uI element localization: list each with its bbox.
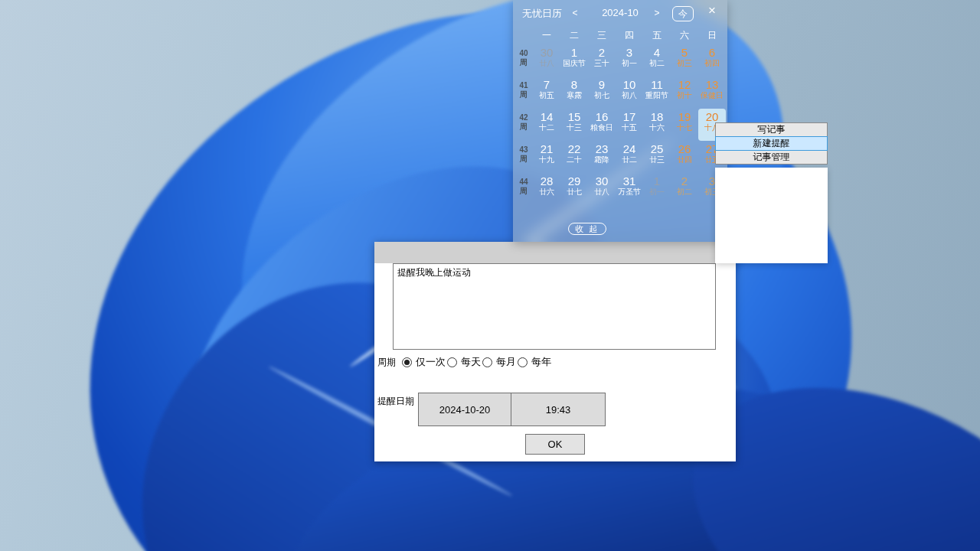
day-cell[interactable]: 31万圣节 bbox=[616, 173, 643, 205]
day-cell[interactable]: 8寒露 bbox=[560, 77, 588, 109]
calendar-week-row: 41周7初五8寒露9初七10初八11重阳节12初十13保健日 bbox=[514, 77, 726, 109]
lunar-or-festival-label: 初二 bbox=[643, 59, 671, 68]
day-cell[interactable]: 29廿七 bbox=[560, 173, 588, 205]
lunar-or-festival-label: 初八 bbox=[616, 91, 643, 100]
day-header: 二 bbox=[560, 29, 588, 44]
day-number: 4 bbox=[643, 46, 671, 59]
radio-unselected-icon[interactable] bbox=[447, 357, 457, 367]
day-cell[interactable]: 14十二 bbox=[533, 109, 560, 141]
day-cell[interactable]: 30廿八 bbox=[588, 173, 616, 205]
date-picker-button[interactable]: 2024-10-20 bbox=[418, 393, 511, 426]
week-number: 42周 bbox=[514, 109, 533, 141]
day-number: 1 bbox=[643, 174, 671, 187]
lunar-or-festival-label: 初五 bbox=[533, 91, 560, 100]
radio-dot bbox=[404, 360, 410, 365]
radio-unselected-icon[interactable] bbox=[482, 357, 492, 367]
day-number: 20 bbox=[698, 110, 726, 123]
day-number: 30 bbox=[588, 174, 616, 187]
day-cell[interactable]: 6初四 bbox=[698, 44, 726, 77]
day-cell[interactable]: 3初一 bbox=[616, 44, 643, 77]
day-number: 23 bbox=[588, 142, 616, 155]
lunar-or-festival-label: 十六 bbox=[643, 123, 671, 132]
radio-unselected-icon[interactable] bbox=[518, 357, 528, 367]
day-cell[interactable]: 18十六 bbox=[643, 109, 671, 141]
lunar-or-festival-label: 廿六 bbox=[533, 187, 560, 197]
day-cell[interactable]: 2三十 bbox=[588, 44, 616, 77]
lunar-or-festival-label: 初十 bbox=[671, 91, 698, 100]
calendar-week-row: 44周28廿六29廿七30廿八31万圣节1初一2初二3初三 bbox=[514, 173, 726, 205]
calendar-app-title: 无忧日历 bbox=[522, 7, 562, 21]
ok-button[interactable]: OK bbox=[525, 434, 585, 455]
current-month-label[interactable]: 2024-10 bbox=[590, 7, 651, 18]
day-cell[interactable]: 13保健日 bbox=[698, 77, 726, 109]
day-cell[interactable]: 1国庆节 bbox=[560, 44, 588, 77]
day-number: 1 bbox=[560, 46, 588, 59]
day-header: 四 bbox=[616, 29, 643, 44]
menu-item-normal[interactable]: 写记事 bbox=[715, 122, 828, 137]
cycle-radio-option[interactable]: 每天 bbox=[447, 355, 482, 369]
lunar-or-festival-label: 十五 bbox=[616, 123, 643, 132]
day-cell[interactable]: 12初十 bbox=[671, 77, 698, 109]
next-month-button[interactable]: > bbox=[652, 8, 662, 18]
day-cell[interactable]: 21十九 bbox=[533, 141, 560, 173]
lunar-or-festival-label: 初七 bbox=[588, 91, 616, 100]
close-icon[interactable]: × bbox=[704, 3, 720, 18]
day-cell[interactable]: 28廿六 bbox=[533, 173, 560, 205]
reminder-text-input[interactable]: 提醒我晚上做运动 bbox=[393, 263, 716, 350]
lunar-or-festival-label: 霜降 bbox=[588, 155, 616, 165]
lunar-or-festival-label: 十三 bbox=[560, 123, 588, 132]
day-cell[interactable]: 11重阳节 bbox=[643, 77, 671, 109]
day-cell[interactable]: 15十三 bbox=[560, 109, 588, 141]
day-number: 3 bbox=[616, 46, 643, 59]
today-button[interactable]: 今 bbox=[672, 6, 694, 21]
menu-item-highlighted[interactable]: 新建提醒 bbox=[715, 136, 828, 151]
day-number: 15 bbox=[560, 110, 588, 123]
prev-month-button[interactable]: < bbox=[570, 8, 580, 18]
day-cell[interactable]: 17十五 bbox=[616, 109, 643, 141]
collapse-button[interactable]: 收 起 bbox=[568, 223, 606, 235]
lunar-or-festival-label: 粮食日 bbox=[588, 123, 616, 132]
day-cell[interactable]: 4初二 bbox=[643, 44, 671, 77]
lunar-or-festival-label: 寒露 bbox=[560, 91, 588, 100]
day-cell[interactable]: 30廿八 bbox=[533, 44, 560, 77]
time-picker-button[interactable]: 19:43 bbox=[511, 393, 606, 426]
calendar-header: 无忧日历 < 2024-10 > 今 × bbox=[513, 0, 727, 23]
day-cell[interactable]: 1初一 bbox=[643, 173, 671, 205]
day-number: 21 bbox=[533, 142, 560, 155]
day-cell[interactable]: 24廿二 bbox=[616, 141, 643, 173]
calendar-week-row: 42周14十二15十三16粮食日17十五18十六19十七20十八 bbox=[514, 109, 726, 141]
calendar-week-row: 40周30廿八1国庆节2三十3初一4初二5初三6初四 bbox=[514, 44, 726, 77]
day-number: 11 bbox=[643, 78, 671, 91]
dialog-titlebar[interactable] bbox=[374, 242, 736, 263]
menu-item-normal[interactable]: 记事管理 bbox=[715, 150, 828, 165]
day-cell[interactable]: 19十七 bbox=[671, 109, 698, 141]
cycle-radio-option[interactable]: 仅一次 bbox=[402, 355, 447, 369]
cycle-option-label: 每天 bbox=[461, 355, 481, 369]
calendar-week-row: 43周21十九22二十23霜降24廿二25廿三26廿四27廿五 bbox=[514, 141, 726, 173]
day-cell[interactable]: 26廿四 bbox=[671, 141, 698, 173]
cycle-radio-option[interactable]: 每年 bbox=[518, 355, 553, 369]
day-cell[interactable]: 9初七 bbox=[588, 77, 616, 109]
day-cell[interactable]: 23霜降 bbox=[588, 141, 616, 173]
day-number: 12 bbox=[671, 78, 698, 91]
lunar-or-festival-label: 廿八 bbox=[533, 59, 560, 68]
radio-selected-icon[interactable] bbox=[402, 357, 412, 367]
day-header-row: 一二三四五六日 bbox=[514, 29, 726, 44]
day-number: 19 bbox=[671, 110, 698, 123]
day-number: 10 bbox=[616, 78, 643, 91]
lunar-or-festival-label: 重阳节 bbox=[643, 91, 671, 100]
day-cell[interactable]: 22二十 bbox=[560, 141, 588, 173]
day-cell[interactable]: 2初二 bbox=[671, 173, 698, 205]
cycle-radio-option[interactable]: 每月 bbox=[482, 355, 518, 369]
cycle-option-label: 每年 bbox=[531, 355, 551, 369]
day-cell[interactable]: 16粮食日 bbox=[588, 109, 616, 141]
lunar-or-festival-label: 廿四 bbox=[671, 155, 698, 165]
day-cell[interactable]: 25廿三 bbox=[643, 141, 671, 173]
day-number: 7 bbox=[533, 78, 560, 91]
day-cell[interactable]: 5初三 bbox=[671, 44, 698, 77]
lunar-or-festival-label: 保健日 bbox=[698, 91, 726, 100]
day-number: 6 bbox=[698, 46, 726, 59]
day-number: 13 bbox=[698, 78, 726, 91]
day-cell[interactable]: 10初八 bbox=[616, 77, 643, 109]
day-cell[interactable]: 7初五 bbox=[533, 77, 560, 109]
